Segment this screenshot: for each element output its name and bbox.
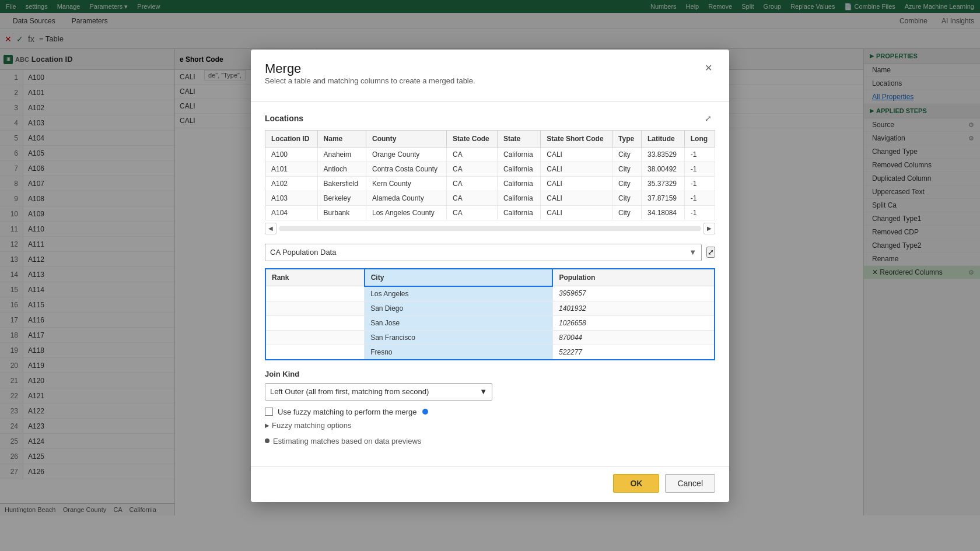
cell-county: Kern County [366,176,446,191]
modal-subtitle: Select a table and matching columns to c… [265,76,475,85]
cell-city: Fresno [365,345,553,360]
join-kind-label: Join Kind [265,370,715,378]
join-kind-dropdown[interactable]: Left Outer (all from first, matching fro… [265,383,492,401]
cell-name: Bakersfield [317,176,366,191]
th-short-code[interactable]: State Short Code [541,130,612,147]
cell-name: Antioch [317,162,366,176]
cell-type: City [612,205,642,220]
join-kind-value: Left Outer (all from first, matching fro… [270,387,429,396]
table-dropdown-value: CA Population Data [270,248,336,257]
cell-state: California [497,176,540,191]
cell-state-code: CA [447,147,498,162]
cell-loc-id: A102 [265,176,318,191]
expand-triangle-icon: ▶ [265,422,270,429]
th-population[interactable]: Population [552,269,715,286]
cell-city: Los Angeles [365,286,553,301]
table-row: A101 Antioch Contra Costa County CA Cali… [265,162,715,176]
modal-body: Locations ⤢ Location ID Name County Stat… [251,102,729,466]
th-county[interactable]: County [366,130,446,147]
table-select-row: CA Population Data ▼ ⤢ [265,244,715,261]
cell-loc-id: A104 [265,205,318,220]
join-kind-section: Join Kind Left Outer (all from first, ma… [265,370,715,401]
scroll-controls: ◀ ▶ [265,223,715,234]
cell-lat: 38.00492 [641,162,684,176]
cell-rank [265,315,365,330]
cell-state-code: CA [447,191,498,205]
th-type[interactable]: Type [612,130,642,147]
merge-modal: Merge Select a table and matching column… [251,50,729,502]
table-row: A102 Bakersfield Kern County CA Californ… [265,176,715,191]
modal-close-button[interactable]: ✕ [701,61,715,75]
th-state[interactable]: State [497,130,540,147]
th-name[interactable]: Name [317,130,366,147]
cell-city: San Francisco [365,330,553,345]
th-long[interactable]: Long [684,130,715,147]
table-row: San Jose 1026658 [265,315,715,330]
modal-header: Merge Select a table and matching column… [251,50,729,102]
cell-state: California [497,191,540,205]
cell-lat: 37.87159 [641,191,684,205]
cell-short: CALI [541,147,612,162]
modal-footer: OK Cancel [251,466,729,502]
cell-short: CALI [541,162,612,176]
cell-pop: 3959657 [552,286,715,301]
estimating-row: Estimating matches based on data preview… [265,437,715,445]
estimating-label: Estimating matches based on data preview… [273,437,421,445]
locations-data-table: Location ID Name County State Code State… [265,130,715,220]
ca-population-table: Rank City Population Los Angeles 3959657 [265,268,715,360]
ca-population-table-section: Rank City Population Los Angeles 3959657 [265,268,715,360]
fuzzy-checkbox[interactable] [265,408,273,416]
cell-city: San Jose [365,315,553,330]
cell-short: CALI [541,191,612,205]
scroll-bar[interactable] [279,226,701,231]
cell-state-code: CA [447,205,498,220]
table-row: San Diego 1401932 [265,301,715,315]
cursor-indicator [422,409,428,415]
cell-pop: 522277 [552,345,715,360]
cell-long: -1 [684,205,715,220]
cell-type: City [612,176,642,191]
cell-long: -1 [684,176,715,191]
cell-pop: 1026658 [552,315,715,330]
th-rank[interactable]: Rank [265,269,365,286]
cell-lat: 34.18084 [641,205,684,220]
locations-table-section: Locations ⤢ Location ID Name County Stat… [265,111,715,234]
cell-state: California [497,162,540,176]
table-row: A100 Anaheim Orange County CA California… [265,147,715,162]
th-latitude[interactable]: Latitude [641,130,684,147]
th-city[interactable]: City [365,269,553,286]
cell-lat: 33.83529 [641,147,684,162]
cell-state: California [497,147,540,162]
cell-long: -1 [684,162,715,176]
cell-rank [265,286,365,301]
cell-name: Anaheim [317,147,366,162]
scroll-left-button[interactable]: ◀ [265,223,276,234]
fuzzy-expand-row[interactable]: ▶ Fuzzy matching options [265,421,715,430]
cancel-button[interactable]: Cancel [665,474,715,493]
cell-rank [265,330,365,345]
cell-county: Alameda County [366,191,446,205]
th-location-id[interactable]: Location ID [265,130,318,147]
modal-title: Merge [265,61,475,76]
dot-icon [265,438,270,443]
ca-table-header-row: Rank City Population [265,269,715,286]
scroll-right-button[interactable]: ▶ [704,223,715,234]
table-dropdown[interactable]: CA Population Data ▼ [265,244,702,261]
cell-short: CALI [541,205,612,220]
cell-state: California [497,205,540,220]
cell-pop: 1401932 [552,301,715,315]
th-state-code[interactable]: State Code [447,130,498,147]
ok-button[interactable]: OK [613,474,659,493]
cell-state-code: CA [447,176,498,191]
cell-long: -1 [684,147,715,162]
dropdown-arrow-icon: ▼ [689,248,696,257]
expand-locations-button[interactable]: ⤢ [701,111,715,125]
cell-name: Berkeley [317,191,366,205]
expand-table2-button[interactable]: ⤢ [706,247,715,258]
cell-city: San Diego [365,301,553,315]
table-row: A103 Berkeley Alameda County CA Californ… [265,191,715,205]
cell-lat: 35.37329 [641,176,684,191]
cell-short: CALI [541,176,612,191]
table-row: San Francisco 870044 [265,330,715,345]
cell-rank [265,345,365,360]
